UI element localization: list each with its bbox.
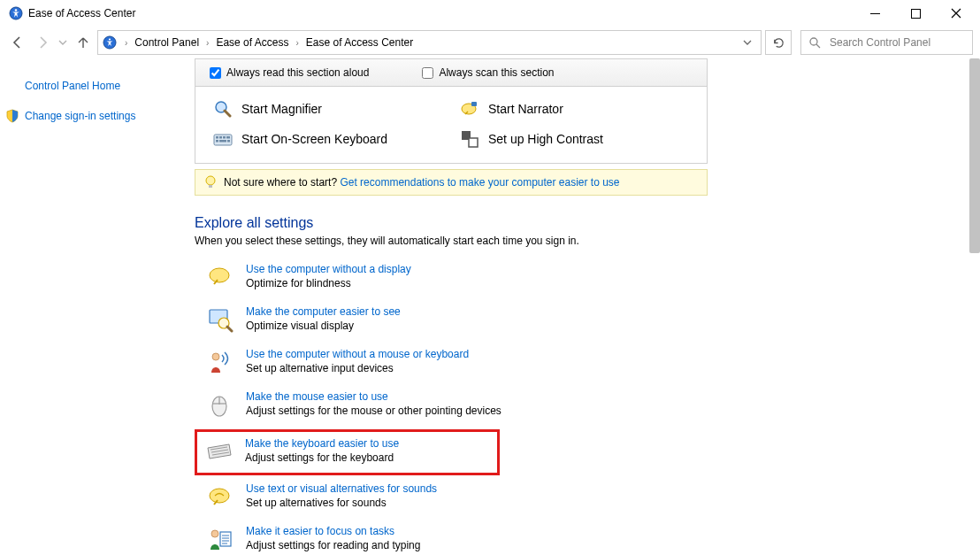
- always-read-input[interactable]: [210, 67, 221, 79]
- address-bar[interactable]: › Control Panel › Ease of Access › Ease …: [97, 30, 762, 55]
- search-icon: [808, 36, 821, 49]
- setting-desc: Set up alternative input devices: [246, 362, 469, 374]
- setting-link[interactable]: Make the computer easier to see: [246, 305, 401, 318]
- svg-rect-28: [220, 532, 231, 546]
- setting-sound-alternatives[interactable]: Use text or visual alternatives for soun…: [195, 477, 971, 520]
- svg-rect-20: [209, 185, 212, 188]
- mouse-icon: [205, 390, 235, 420]
- refresh-button[interactable]: [765, 30, 792, 55]
- minimize-button[interactable]: [854, 0, 895, 27]
- shield-icon: [5, 109, 19, 123]
- quick-item-label: Start On-Screen Keyboard: [241, 132, 387, 146]
- setting-link[interactable]: Use the computer without a mouse or keyb…: [246, 348, 469, 360]
- sidebar-control-panel-home[interactable]: Control Panel Home: [0, 76, 186, 96]
- breadcrumb-ease-of-access-center[interactable]: Ease of Access Center: [304, 36, 415, 49]
- tip-text: Not sure where to start? Get recommendat…: [224, 176, 620, 189]
- svg-rect-11: [219, 136, 222, 139]
- search-box[interactable]: [800, 30, 973, 55]
- search-input[interactable]: [828, 35, 965, 50]
- sound-bubble-icon: [205, 482, 235, 513]
- vertical-scrollbar[interactable]: [969, 58, 980, 554]
- setting-desc: Optimize for blindness: [246, 277, 411, 289]
- always-read-checkbox[interactable]: Always read this section aloud: [210, 66, 369, 79]
- recent-locations-button[interactable]: [57, 32, 69, 53]
- sidebar-item-label: Change sign-in settings: [25, 110, 135, 122]
- always-scan-checkbox[interactable]: Always scan this section: [422, 66, 554, 79]
- quick-access-tools: Start Magnifier Start Narrator: [195, 87, 707, 163]
- svg-point-5: [810, 38, 817, 45]
- svg-rect-2: [911, 9, 920, 18]
- breadcrumb-control-panel[interactable]: Control Panel: [133, 36, 201, 49]
- always-scan-input[interactable]: [422, 67, 433, 79]
- person-document-icon: [205, 525, 235, 555]
- setting-link[interactable]: Use the computer without a display: [246, 263, 411, 275]
- start-magnifier[interactable]: Start Magnifier: [213, 99, 442, 119]
- monitor-magnifier-icon: [205, 305, 235, 335]
- highlighted-setting: Make the keyboard easier to use Adjust s…: [195, 429, 500, 475]
- checkbox-label: Always read this section aloud: [226, 66, 369, 79]
- svg-rect-12: [223, 136, 226, 139]
- svg-rect-13: [226, 136, 230, 139]
- scrollbar-thumb[interactable]: [969, 58, 980, 253]
- body: Control Panel Home Change sign-in settin…: [0, 58, 980, 555]
- quick-item-label: Start Narrator: [488, 102, 563, 116]
- setting-desc: Set up alternatives for sounds: [246, 497, 437, 509]
- quick-item-label: Set up High Contrast: [488, 132, 603, 146]
- on-screen-keyboard-icon: [213, 129, 233, 149]
- setting-without-display[interactable]: Use the computer without a display Optim…: [195, 258, 971, 300]
- breadcrumb-chevron-icon[interactable]: ›: [203, 38, 212, 48]
- control-panel-icon: [102, 35, 118, 50]
- setting-keyboard-easier[interactable]: Make the keyboard easier to use Adjust s…: [204, 436, 497, 469]
- titlebar: Ease of Access Center: [0, 0, 980, 27]
- svg-rect-15: [219, 140, 226, 143]
- forward-button[interactable]: [32, 32, 53, 53]
- settings-list: Use the computer without a display Optim…: [195, 258, 971, 555]
- breadcrumb-chevron-icon[interactable]: ›: [121, 38, 131, 48]
- person-speaking-icon: [205, 348, 235, 378]
- sidebar-item-label: Control Panel Home: [25, 80, 120, 92]
- setting-desc: Adjust settings for the keyboard: [245, 451, 399, 464]
- recommendation-tip: Not sure where to start? Get recommendat…: [195, 169, 708, 196]
- maximize-button[interactable]: [895, 0, 936, 27]
- setting-link[interactable]: Use text or visual alternatives for soun…: [246, 482, 437, 495]
- sidebar: Control Panel Home Change sign-in settin…: [0, 58, 186, 555]
- setting-link[interactable]: Make the mouse easier to use: [246, 390, 501, 403]
- svg-point-21: [210, 268, 229, 282]
- svg-point-26: [210, 489, 229, 503]
- explore-subtext: When you select these settings, they wil…: [195, 235, 971, 247]
- back-button[interactable]: [7, 32, 28, 53]
- close-button[interactable]: [936, 0, 976, 27]
- breadcrumb-ease-of-access[interactable]: Ease of Access: [214, 36, 290, 49]
- setting-link[interactable]: Make it easier to focus on tasks: [246, 525, 420, 537]
- magnifier-icon: [213, 99, 233, 119]
- setting-without-mouse-keyboard[interactable]: Use the computer without a mouse or keyb…: [195, 343, 971, 385]
- svg-point-19: [206, 176, 215, 185]
- breadcrumb-chevron-icon[interactable]: ›: [292, 38, 302, 48]
- setup-high-contrast[interactable]: Set up High Contrast: [460, 129, 689, 149]
- quick-access-options: Always read this section aloud Always sc…: [195, 59, 707, 87]
- tip-link[interactable]: Get recommendations to make your compute…: [340, 176, 619, 189]
- checkbox-label: Always scan this section: [439, 66, 554, 79]
- up-button[interactable]: [73, 32, 94, 53]
- ease-of-access-app-icon: [9, 6, 23, 20]
- setting-focus-tasks[interactable]: Make it easier to focus on tasks Adjust …: [195, 520, 971, 555]
- setting-desc: Adjust settings for the mouse or other p…: [246, 405, 501, 417]
- setting-easier-to-see[interactable]: Make the computer easier to see Optimize…: [195, 300, 971, 343]
- svg-rect-14: [216, 140, 218, 143]
- svg-point-27: [211, 530, 218, 537]
- keyboard-icon: [204, 437, 234, 467]
- toolbar: › Control Panel › Ease of Access › Ease …: [0, 27, 980, 58]
- sidebar-change-signin-settings[interactable]: Change sign-in settings: [0, 106, 186, 126]
- address-dropdown-icon[interactable]: [738, 38, 757, 47]
- speech-bubble-icon: [205, 263, 235, 293]
- svg-rect-16: [227, 140, 230, 143]
- setting-desc: Adjust settings for reading and typing: [246, 539, 420, 551]
- svg-rect-8: [471, 102, 477, 106]
- start-narrator[interactable]: Start Narrator: [460, 99, 689, 119]
- svg-rect-10: [216, 136, 218, 139]
- quick-item-label: Start Magnifier: [241, 102, 322, 116]
- svg-point-4: [109, 38, 111, 40]
- setting-link[interactable]: Make the keyboard easier to use: [245, 437, 399, 450]
- start-on-screen-keyboard[interactable]: Start On-Screen Keyboard: [213, 129, 442, 149]
- setting-mouse-easier[interactable]: Make the mouse easier to use Adjust sett…: [195, 385, 971, 428]
